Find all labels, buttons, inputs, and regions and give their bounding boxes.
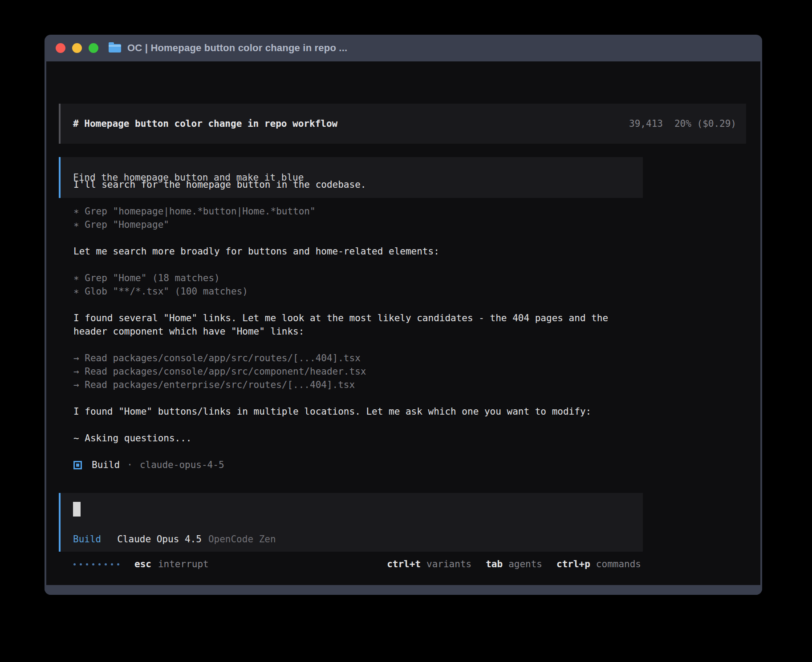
hint-commands: ctrl+p commands (556, 559, 641, 569)
tool-call-grep: ∗ Grep "homepage|home.*button|Home.*butt… (73, 205, 625, 218)
esc-label: interrupt (158, 559, 209, 569)
agent-separator: · (127, 458, 133, 472)
session-title: # Homepage button color change in repo w… (73, 118, 337, 129)
assistant-text: I found "Home" buttons/links in multiple… (73, 405, 625, 418)
session-header: # Homepage button color change in repo w… (59, 104, 746, 144)
agent-name: Build (92, 458, 120, 472)
input-footer: Build Claude Opus 4.5 OpenCode Zen (73, 534, 632, 545)
agent-build-icon (73, 461, 82, 469)
tool-call-grep: ∗ Grep "Home" (18 matches) (73, 271, 625, 285)
input-provider-label: OpenCode Zen (208, 534, 276, 545)
assistant-status: ~ Asking questions... (73, 432, 625, 445)
traffic-lights (56, 43, 98, 53)
close-button[interactable] (56, 43, 65, 53)
esc-key: esc (134, 559, 151, 569)
input-model-label[interactable]: Claude Opus 4.5 (117, 534, 202, 545)
prompt-input[interactable]: Build Claude Opus 4.5 OpenCode Zen (59, 493, 643, 552)
session-stats: 39,41320% ($0.29) (629, 118, 736, 129)
tool-call-read: → Read packages/console/app/src/routes/[… (73, 351, 625, 365)
token-count: 39,413 (629, 118, 663, 129)
window-title: OC | Homepage button color change in rep… (127, 42, 347, 54)
assistant-text: Let me search more broadly for buttons a… (73, 245, 625, 258)
status-bar: esc interrupt ctrl+t variants tab agents… (73, 557, 641, 571)
hint-variants: ctrl+t variants (387, 559, 471, 569)
folder-icon (109, 44, 121, 52)
conversation: I'll search for the homepage button in t… (73, 178, 625, 472)
zoom-button[interactable] (89, 43, 98, 53)
tool-call-read: → Read packages/enterprise/src/routes/[.… (73, 378, 625, 392)
window-titlebar[interactable]: OC | Homepage button color change in rep… (45, 35, 762, 61)
tool-call-grep: ∗ Grep "Homepage" (73, 218, 625, 231)
terminal-content: # Homepage button color change in repo w… (46, 61, 760, 585)
spinner-dots (73, 563, 119, 565)
agent-status-row: Build · claude-opus-4-5 (73, 458, 625, 472)
text-cursor (73, 502, 81, 517)
hint-agents: tab agents (486, 559, 542, 569)
tool-call-read: → Read packages/console/app/src/componen… (73, 365, 625, 378)
status-hints: ctrl+t variants tab agents ctrl+p comman… (387, 559, 641, 569)
agent-model: claude-opus-4-5 (140, 458, 224, 472)
tool-call-glob: ∗ Glob "**/*.tsx" (100 matches) (73, 285, 625, 298)
status-left: esc interrupt (73, 559, 209, 569)
assistant-text: I'll search for the homepage button in t… (73, 178, 625, 191)
context-percent-cost: 20% ($0.29) (674, 118, 736, 129)
minimize-button[interactable] (72, 43, 82, 53)
terminal-window: OC | Homepage button color change in rep… (45, 35, 762, 595)
input-agent-label[interactable]: Build (73, 534, 101, 545)
assistant-text: I found several "Home" links. Let me loo… (73, 311, 625, 338)
window-bottom-edge (45, 585, 762, 595)
